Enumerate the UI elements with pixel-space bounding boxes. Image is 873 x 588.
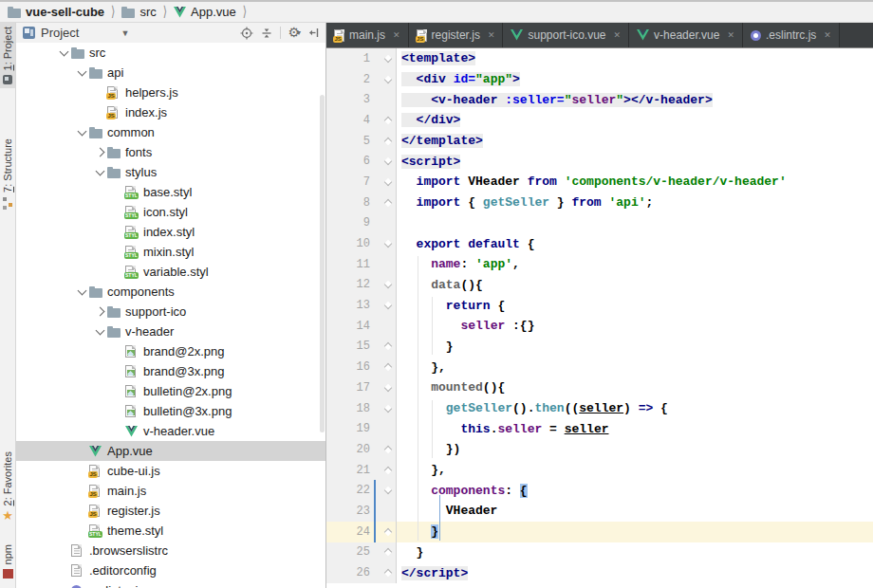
toolwindow-button-npm[interactable]: npm [0, 541, 15, 582]
tree-item-brand@3x.png[interactable]: brand@3x.png [16, 361, 325, 381]
tree-item-variable.styl[interactable]: STYLvariable.styl [16, 262, 325, 282]
fold-marker-icon[interactable] [380, 529, 397, 535]
fold-marker-icon[interactable] [380, 77, 397, 83]
editor-tab-main.js[interactable]: JSmain.js✕ [326, 23, 409, 47]
tree-chevron-icon[interactable] [74, 130, 89, 135]
tab-close-icon[interactable]: ✕ [614, 30, 622, 40]
tree-item-api[interactable]: api [16, 63, 325, 83]
fold-marker-icon[interactable] [380, 570, 397, 576]
tree-item-theme.styl[interactable]: STYLtheme.styl [16, 521, 325, 541]
code-line-19[interactable]: 19 this.seller = seller [326, 418, 873, 439]
fold-marker-icon[interactable] [380, 241, 397, 247]
code-line-6[interactable]: 6<script> [326, 151, 873, 172]
code-line-2[interactable]: 2 <div id="app"> [326, 69, 873, 90]
code-line-13[interactable]: 13 return { [326, 295, 873, 316]
code-line-1[interactable]: 1<template> [326, 48, 873, 69]
breadcrumb-item[interactable]: src [121, 5, 156, 19]
fold-marker-icon[interactable] [380, 447, 397, 452]
code-line-5[interactable]: 5</template> [326, 131, 873, 152]
tree-item-cube-ui.js[interactable]: JScube-ui.js [16, 461, 325, 481]
fold-marker-icon[interactable] [380, 179, 397, 185]
tree-item-brand@2x.png[interactable]: brand@2x.png [16, 341, 325, 361]
fold-marker-icon[interactable] [380, 468, 397, 473]
tree-item-common[interactable]: common [16, 122, 325, 142]
tree-item-index.js[interactable]: JSindex.js [16, 102, 325, 122]
code-line-23[interactable]: 23 VHeader [326, 501, 873, 522]
project-view-dropdown-icon[interactable]: ▼ [121, 28, 129, 38]
tree-chevron-icon[interactable] [74, 289, 89, 294]
project-view-title[interactable]: Project [41, 26, 79, 40]
tree-chevron-icon[interactable] [92, 308, 107, 315]
tree-item-src[interactable]: src [16, 43, 325, 63]
tree-item-main.js[interactable]: JSmain.js [16, 481, 325, 501]
tree-item-helpers.js[interactable]: JShelpers.js [16, 83, 325, 102]
fold-marker-icon[interactable] [380, 343, 397, 349]
code-line-25[interactable]: 25 } [326, 542, 873, 563]
tree-item-bulletin@2x.png[interactable]: bulletin@2x.png [16, 381, 325, 401]
fold-marker-icon[interactable] [380, 138, 397, 144]
collapse-all-icon[interactable] [260, 27, 273, 40]
tab-close-icon[interactable]: ✕ [824, 30, 831, 40]
fold-marker-icon[interactable] [380, 385, 397, 391]
tree-chevron-icon[interactable] [56, 50, 71, 55]
tree-item-icon.styl[interactable]: STYLicon.styl [16, 202, 325, 222]
tree-item-fonts[interactable]: fonts [16, 142, 325, 162]
hide-panel-icon[interactable] [307, 27, 320, 39]
code-line-22[interactable]: 22 components: { [326, 480, 873, 501]
tree-item-bulletin@3x.png[interactable]: bulletin@3x.png [16, 401, 325, 421]
code-line-11[interactable]: 11 name: 'app', [326, 254, 873, 275]
editor-tab-v-header.vue[interactable]: v-header.vue✕ [629, 23, 743, 47]
tree-item-stylus[interactable]: stylus [16, 162, 325, 182]
code-line-3[interactable]: 3 <v-header :seller="seller"></v-header> [326, 89, 873, 110]
tree-item-support-ico[interactable]: support-ico [16, 302, 325, 322]
code-line-4[interactable]: 4 </div> [326, 110, 873, 131]
code-line-17[interactable]: 17 mounted(){ [326, 377, 873, 398]
toolwindow-button-structure[interactable]: 7: Structure [0, 135, 15, 211]
editor-tab-.eslintrc.js[interactable]: .eslintrc.js✕ [743, 23, 840, 47]
tree-item-.eslintrc.js[interactable]: .eslintrc.js [16, 580, 325, 588]
code-line-20[interactable]: 20 }) [326, 439, 873, 460]
code-line-15[interactable]: 15 } [326, 337, 873, 358]
tree-item-index.styl[interactable]: STYLindex.styl [16, 222, 325, 242]
fold-marker-icon[interactable] [380, 282, 397, 287]
code-line-14[interactable]: 14 seller :{} [326, 316, 873, 337]
code-line-21[interactable]: 21 }, [326, 460, 873, 481]
tab-close-icon[interactable]: ✕ [488, 30, 495, 40]
toolwindow-button-favorites[interactable]: 2: Favorites ★ [0, 448, 15, 525]
breadcrumb-item[interactable]: vue-sell-cube [8, 5, 104, 19]
fold-marker-icon[interactable] [380, 549, 397, 555]
locate-icon[interactable] [240, 27, 253, 40]
tree-chevron-icon[interactable] [92, 329, 107, 334]
editor-tab-register.js[interactable]: JSregister.js✕ [409, 23, 504, 47]
code-line-7[interactable]: 7 import VHeader from 'components/v-head… [326, 172, 873, 193]
fold-marker-icon[interactable] [380, 303, 397, 308]
code-line-10[interactable]: 10 export default { [326, 233, 873, 254]
code-line-18[interactable]: 18 getSeller().then((seller) => { [326, 398, 873, 419]
tree-chevron-icon[interactable] [92, 149, 107, 156]
tree-item-mixin.styl[interactable]: STYLmixin.styl [16, 242, 325, 262]
tree-item-.editorconfig[interactable]: .editorconfig [16, 560, 325, 580]
code-editor[interactable]: 1<template>2 <div id="app">3 <v-header :… [326, 48, 873, 587]
code-line-16[interactable]: 16 }, [326, 357, 873, 377]
fold-marker-icon[interactable] [380, 158, 397, 164]
tree-item-base.styl[interactable]: STYLbase.styl [16, 182, 325, 202]
fold-marker-icon[interactable] [380, 487, 397, 493]
code-line-24[interactable]: 24 } [326, 522, 873, 542]
fold-marker-icon[interactable] [380, 364, 397, 370]
tree-item-v-header.vue[interactable]: v-header.vue [16, 421, 325, 441]
fold-marker-icon[interactable] [380, 406, 397, 412]
code-line-26[interactable]: 26</script> [326, 562, 873, 583]
breadcrumb-item[interactable]: App.vue [174, 5, 236, 19]
project-tree-scrollbar[interactable] [320, 95, 325, 432]
tree-item-components[interactable]: components [16, 282, 325, 302]
code-line-8[interactable]: 8 import { getSeller } from 'api'; [326, 193, 873, 213]
tree-item-v-header[interactable]: v-header [16, 322, 325, 341]
fold-marker-icon[interactable] [380, 118, 397, 123]
editor-tab-support-ico.vue[interactable]: support-ico.vue✕ [503, 23, 629, 47]
tree-item-App.vue[interactable]: App.vue [16, 441, 325, 461]
tree-item-register.js[interactable]: JSregister.js [16, 501, 325, 521]
code-line-12[interactable]: 12 data(){ [326, 275, 873, 296]
tree-chevron-icon[interactable] [92, 170, 107, 175]
tree-chevron-icon[interactable] [74, 70, 89, 75]
tree-item-.browserslistrc[interactable]: .browserslistrc [16, 541, 325, 560]
